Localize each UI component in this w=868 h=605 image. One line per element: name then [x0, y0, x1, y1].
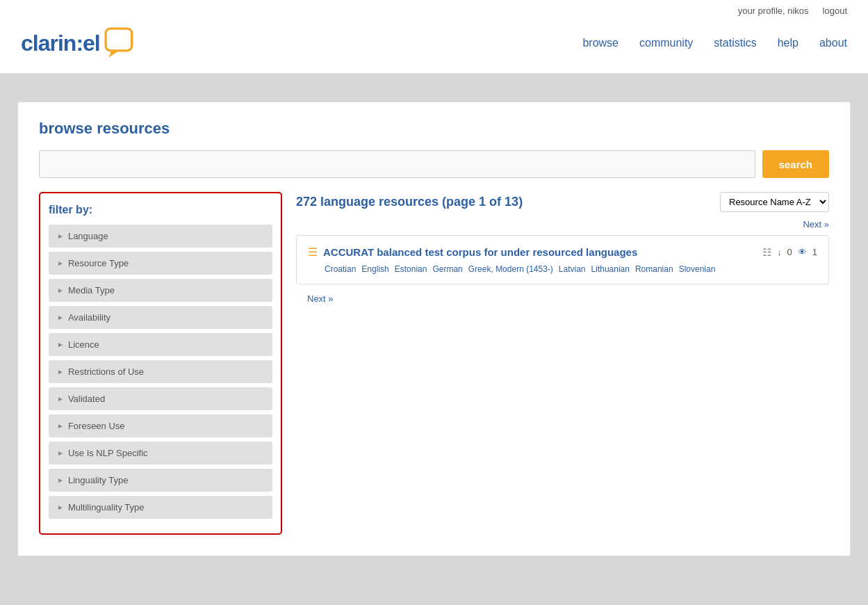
filter-sidebar: filter by: ► Language ► Resource Type ► …: [39, 192, 282, 535]
results-nav-top: Next »: [296, 219, 829, 229]
filter-item-foreseen-use[interactable]: ► Foreseen Use: [49, 414, 272, 437]
filter-label-use-nlp-specific: Use Is NLP Specific: [68, 448, 148, 458]
chevron-right-icon: ►: [57, 368, 64, 376]
filter-label-restrictions-of-use: Restrictions of Use: [68, 366, 144, 377]
eye-icon: 👁: [798, 247, 807, 257]
user-profile-link[interactable]: your profile, nikos: [738, 6, 809, 16]
search-input[interactable]: [39, 150, 755, 178]
filter-item-restrictions-of-use[interactable]: ► Restrictions of Use: [49, 360, 272, 383]
logo: clarin:el: [21, 26, 138, 60]
filter-title: filter by:: [49, 204, 272, 216]
resource-card-header: ☰ ACCURAT balanced test corpus for under…: [308, 245, 817, 259]
chevron-right-icon: ►: [57, 476, 64, 484]
filter-item-use-nlp-specific[interactable]: ► Use Is NLP Specific: [49, 442, 272, 465]
search-bar: search: [39, 150, 829, 178]
nav-browse[interactable]: browse: [582, 37, 619, 49]
chevron-right-icon: ►: [57, 422, 64, 430]
filter-item-validated[interactable]: ► Validated: [49, 387, 272, 410]
lang-croatian[interactable]: Croatian: [325, 264, 356, 274]
logout-link[interactable]: logout: [823, 6, 847, 16]
lang-romanian[interactable]: Romanian: [635, 264, 673, 274]
results-header: 272 language resources (page 1 of 13) Re…: [296, 192, 829, 212]
filter-item-language[interactable]: ► Language: [49, 225, 272, 248]
lang-english[interactable]: English: [361, 264, 388, 274]
filter-label-linguality-type: Linguality Type: [68, 475, 129, 485]
chevron-right-icon: ►: [57, 503, 64, 511]
next-page-link-top[interactable]: Next »: [803, 219, 829, 229]
results-nav-bottom: Next »: [296, 293, 829, 304]
filter-label-multilinguality-type: Multilinguality Type: [68, 502, 145, 513]
resource-languages: Croatian English Estonian German Greek, …: [308, 264, 817, 274]
filter-item-linguality-type[interactable]: ► Linguality Type: [49, 469, 272, 492]
download-count: 0: [787, 247, 792, 257]
filter-label-foreseen-use: Foreseen Use: [68, 421, 125, 431]
lang-greek[interactable]: Greek, Modern (1453-): [468, 264, 553, 274]
logo-text: clarin:el: [21, 31, 100, 56]
chevron-right-icon: ►: [57, 232, 64, 240]
results-area: 272 language resources (page 1 of 13) Re…: [296, 192, 829, 304]
filter-label-availability: Availability: [68, 312, 110, 323]
filter-label-validated: Validated: [68, 394, 105, 404]
filter-item-licence[interactable]: ► Licence: [49, 333, 272, 356]
document-icon: ☷: [762, 246, 771, 259]
svg-rect-0: [106, 29, 132, 51]
filter-label-licence: Licence: [68, 339, 99, 350]
filter-label-media-type: Media Type: [68, 285, 115, 296]
chevron-right-icon: ►: [57, 449, 64, 457]
nav-about[interactable]: about: [819, 37, 847, 49]
page-title: browse resources: [39, 120, 829, 138]
download-icon: ↓: [777, 247, 782, 257]
lang-slovenian[interactable]: Slovenian: [679, 264, 716, 274]
search-button[interactable]: search: [762, 150, 829, 178]
lang-german[interactable]: German: [432, 264, 462, 274]
lang-lithuanian[interactable]: Lithuanian: [591, 264, 630, 274]
filter-item-resource-type[interactable]: ► Resource Type: [49, 252, 272, 275]
nav-community[interactable]: community: [639, 37, 693, 49]
chevron-right-icon: ►: [57, 395, 64, 403]
filter-item-media-type[interactable]: ► Media Type: [49, 279, 272, 302]
filter-label-language: Language: [68, 231, 108, 241]
lang-latvian[interactable]: Latvian: [559, 264, 586, 274]
logo-bubble-icon: [103, 26, 138, 60]
resource-title-link[interactable]: ACCURAT balanced test corpus for under r…: [323, 246, 757, 258]
list-icon: ☰: [308, 245, 318, 259]
resource-card: ☰ ACCURAT balanced test corpus for under…: [296, 235, 829, 284]
lang-estonian[interactable]: Estonian: [395, 264, 427, 274]
resource-meta-icons: ↓ 0 👁 1: [777, 247, 817, 257]
nav-help[interactable]: help: [778, 37, 799, 49]
chevron-right-icon: ►: [57, 314, 64, 321]
sort-select[interactable]: Resource Name A-ZResource Name Z-ADate A…: [720, 192, 829, 212]
filter-item-availability[interactable]: ► Availability: [49, 306, 272, 329]
chevron-right-icon: ►: [57, 259, 64, 267]
main-navigation: browse community statistics help about: [582, 37, 847, 49]
results-count: 272 language resources (page 1 of 13): [296, 195, 523, 209]
next-page-link-bottom[interactable]: Next »: [307, 293, 334, 304]
chevron-right-icon: ►: [57, 287, 64, 294]
filter-item-multilinguality-type[interactable]: ► Multilinguality Type: [49, 496, 272, 519]
nav-statistics[interactable]: statistics: [714, 37, 756, 49]
view-count: 1: [812, 247, 817, 257]
chevron-right-icon: ►: [57, 341, 64, 348]
filter-label-resource-type: Resource Type: [68, 258, 129, 268]
